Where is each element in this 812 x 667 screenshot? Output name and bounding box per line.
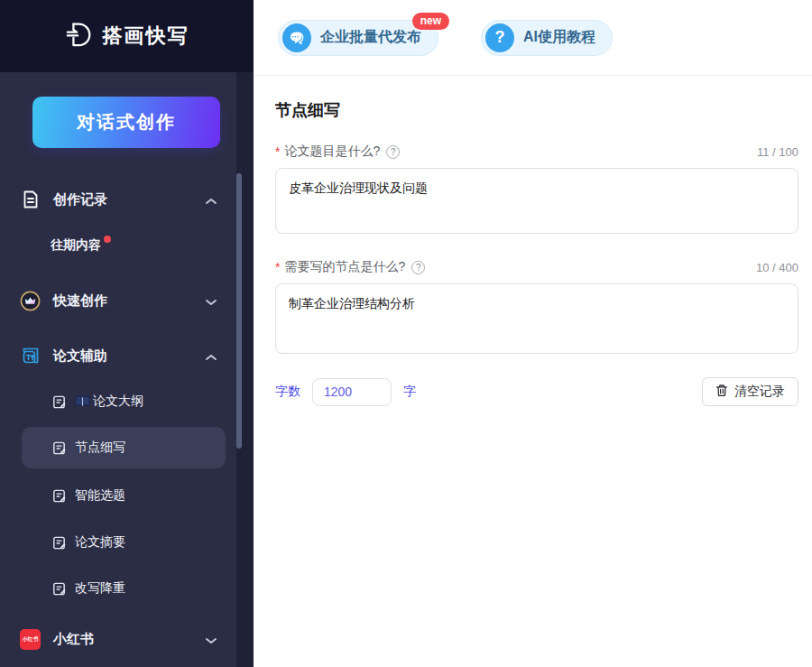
left-column: 搭画快写 对话式创作 创作记录 xyxy=(0,0,254,667)
page-title: 节点细写 xyxy=(275,99,798,121)
chevron-up-icon xyxy=(206,348,217,364)
trash-icon xyxy=(715,384,728,400)
top-header: 企业批量代发布 new ? AI使用教程 xyxy=(254,0,812,76)
crown-badge-icon xyxy=(20,291,41,311)
sidebar-item-label: 论文辅助 xyxy=(53,347,107,365)
edit-document-icon xyxy=(51,581,67,597)
edit-document-icon xyxy=(51,440,67,456)
sidebar-item-label: 往期内容 xyxy=(51,237,101,254)
field-label-row: * 需要写的节点是什么? ? 10 / 400 xyxy=(275,259,798,275)
enterprise-batch-publish-label: 企业批量代发布 xyxy=(320,28,421,47)
brand-name: 搭画快写 xyxy=(103,23,189,50)
paper-title-textarea[interactable]: 皮革企业治理现状及问题 xyxy=(275,168,798,234)
node-detail-textarea[interactable]: 制革企业治理结构分析 xyxy=(275,283,798,354)
chevron-up-icon xyxy=(206,192,217,208)
sidebar-item-past-content[interactable]: 往期内容 xyxy=(0,222,236,269)
sidebar-item-label: 改写降重 xyxy=(75,580,125,597)
required-asterisk: * xyxy=(275,144,280,159)
sidebar-item-label: 创作记录 xyxy=(53,191,107,208)
question-circle-icon: ? xyxy=(485,23,514,52)
sidebar-nav: 创作记录 往期内容 xyxy=(0,177,236,662)
xiaohongshu-app-icon: 小红书 xyxy=(20,629,41,650)
required-asterisk: * xyxy=(275,260,280,274)
char-counter: 11 / 100 xyxy=(757,145,798,159)
word-count-input[interactable] xyxy=(312,378,392,406)
chevron-down-icon xyxy=(206,293,217,309)
edit-document-icon xyxy=(51,535,67,551)
clear-records-button[interactable]: 清空记录 xyxy=(702,377,798,406)
word-count-label: 字数 xyxy=(275,384,300,400)
sidebar-item-quick-creation[interactable]: 快速创作 xyxy=(0,278,236,323)
char-counter: 10 / 400 xyxy=(756,261,798,274)
word-count-unit: 字 xyxy=(403,384,416,400)
document-icon xyxy=(20,190,41,210)
help-icon[interactable]: ? xyxy=(411,261,425,274)
app-window: 搭画快写 对话式创作 创作记录 xyxy=(0,0,812,667)
paper-title-label: 论文题目是什么? xyxy=(284,144,380,160)
node-question-label: 需要写的节点是什么? xyxy=(284,259,405,275)
sidebar-item-label: 快速创作 xyxy=(53,292,107,310)
enterprise-batch-publish-button[interactable]: 企业批量代发布 new xyxy=(278,20,438,56)
sidebar-scrollbar-thumb[interactable] xyxy=(236,173,242,449)
sidebar-item-node-detail-writing[interactable]: 节点细写 xyxy=(22,427,226,468)
brand-logo-icon xyxy=(65,20,94,52)
sidebar-item-label: 智能选题 xyxy=(75,487,125,504)
field-label-row: * 论文题目是什么? ? 11 / 100 xyxy=(275,144,798,160)
sidebar: 对话式创作 创作记录 往期内容 xyxy=(0,72,254,667)
ai-tutorial-label: AI使用教程 xyxy=(523,28,595,47)
ai-tutorial-button[interactable]: ? AI使用教程 xyxy=(481,20,613,56)
sidebar-item-paper-assist[interactable]: 论文辅助 xyxy=(0,333,236,378)
sidebar-item-smart-topic[interactable]: 智能选题 xyxy=(0,472,236,519)
sidebar-item-label: 论文大纲 xyxy=(93,394,143,410)
sidebar-item-label: 论文摘要 xyxy=(75,534,125,551)
sidebar-item-creation-records[interactable]: 创作记录 xyxy=(0,177,236,222)
dialog-writing-cta-button[interactable]: 对话式创作 xyxy=(32,97,220,148)
chevron-down-icon xyxy=(206,632,217,647)
paper-assist-icon xyxy=(20,346,41,366)
sidebar-item-paper-outline[interactable]: 论文大纲 xyxy=(0,378,236,425)
bottom-controls: 字数 字 清空记录 xyxy=(275,377,798,406)
right-column: 企业批量代发布 new ? AI使用教程 节点细写 * 论文题目是什么? ? 1… xyxy=(254,0,812,667)
edit-document-icon xyxy=(51,394,67,410)
sidebar-item-paper-abstract[interactable]: 论文摘要 xyxy=(0,519,236,566)
clear-records-label: 清空记录 xyxy=(734,384,785,400)
sidebar-item-xiaohongshu[interactable]: 小红书 小红书 xyxy=(0,616,236,662)
edit-document-icon xyxy=(51,488,67,504)
sidebar-item-label: 节点细写 xyxy=(75,440,125,456)
main-panel: 节点细写 * 论文题目是什么? ? 11 / 100 皮革企业治理现状及问题 *… xyxy=(254,76,812,406)
chat-bubbles-icon xyxy=(282,23,311,52)
open-book-icon xyxy=(75,395,90,408)
notification-dot xyxy=(104,236,111,243)
logo-bar: 搭画快写 xyxy=(0,0,254,72)
sidebar-item-rewrite-dedup[interactable]: 改写降重 xyxy=(0,566,236,611)
help-icon[interactable]: ? xyxy=(386,145,400,159)
sidebar-item-label: 小红书 xyxy=(53,631,94,648)
new-badge: new xyxy=(412,13,449,30)
